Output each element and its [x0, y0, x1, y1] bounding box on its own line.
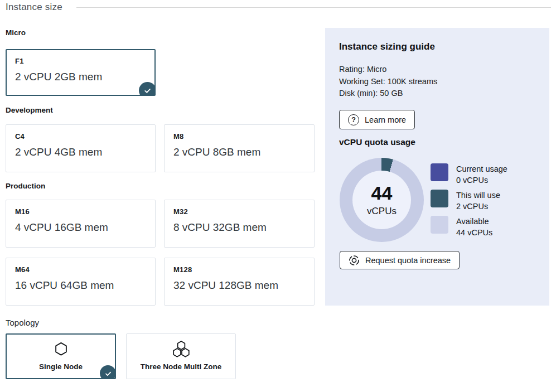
instance-desc: 16 vCPU 64GB mem: [15, 279, 146, 292]
instance-desc: 4 vCPU 16GB mem: [15, 221, 146, 234]
instance-card-m64[interactable]: M64 16 vCPU 64GB mem: [6, 258, 156, 306]
page-title: Instance size: [6, 2, 62, 13]
guide-disk: Disk (min): 50 GB: [339, 88, 437, 100]
check-icon: [104, 369, 113, 378]
instance-code: C4: [15, 132, 146, 141]
legend-value: 44 vCPUs: [456, 228, 492, 237]
learn-more-button[interactable]: ? Learn more: [339, 110, 415, 129]
instance-sizing-guide-panel: Instance sizing guide Rating: Micro Work…: [325, 28, 549, 306]
instance-card-m32[interactable]: M32 8 vCPU 32GB mem: [164, 200, 315, 248]
instance-desc: 32 vCPU 128GB mem: [173, 279, 305, 292]
instance-desc: 2 vCPU 8GB mem: [173, 146, 305, 158]
learn-more-label: Learn more: [365, 115, 406, 124]
vcpu-donut: 44 vCPUs: [340, 158, 424, 242]
section-label-production: Production: [6, 182, 45, 190]
guide-working-set: Working Set: 100K streams: [339, 76, 437, 88]
section-label-topology: Topology: [6, 318, 39, 327]
section-label-development: Development: [6, 106, 53, 114]
legend-row-this-will-use: This will use 2 vCPUs: [431, 190, 507, 212]
quota-target-icon: [349, 255, 360, 266]
guide-title: Instance sizing guide: [339, 41, 435, 52]
request-quota-increase-button[interactable]: Request quota increase: [340, 251, 460, 269]
legend-label: Current usage: [456, 164, 507, 173]
instance-desc: 8 vCPU 32GB mem: [173, 221, 305, 234]
instance-card-f1[interactable]: F1 2 vCPU 2GB mem: [6, 49, 156, 96]
legend-row-available: Available 44 vCPUs: [431, 216, 507, 238]
topology-card-single-node[interactable]: Single Node: [6, 333, 116, 379]
guide-info: Rating: Micro Working Set: 100K streams …: [339, 64, 437, 100]
instance-code: M128: [173, 265, 305, 274]
instance-desc: 2 vCPU 2GB mem: [15, 71, 146, 83]
topology-name: Three Node Multi Zone: [127, 362, 235, 371]
instance-card-m8[interactable]: M8 2 vCPU 8GB mem: [164, 124, 315, 172]
selected-check-badge: [100, 365, 116, 379]
instance-code: M8: [173, 132, 305, 141]
donut-center-unit: vCPUs: [367, 206, 397, 217]
quota-legend: Current usage 0 vCPUs This will use 2 vC…: [431, 163, 507, 242]
legend-row-current-usage: Current usage 0 vCPUs: [431, 163, 507, 186]
instance-code: M64: [15, 265, 146, 274]
legend-label: This will use: [456, 191, 500, 200]
instance-size-page: Instance size Micro F1 2 vCPU 2GB mem De…: [0, 0, 556, 392]
instance-card-m128[interactable]: M128 32 vCPU 128GB mem: [164, 258, 315, 306]
instance-card-m16[interactable]: M16 4 vCPU 16GB mem: [6, 200, 156, 248]
legend-value: 0 vCPUs: [456, 176, 488, 185]
quota-title: vCPU quota usage: [339, 137, 415, 147]
topology-name: Single Node: [7, 362, 115, 371]
instance-code: M16: [15, 207, 146, 216]
legend-label: Available: [456, 217, 489, 226]
instance-desc: 2 vCPU 4GB mem: [15, 146, 146, 158]
legend-swatch-available: [431, 216, 448, 234]
legend-value: 2 vCPUs: [456, 202, 488, 211]
legend-swatch-current-usage: [431, 163, 448, 181]
section-label-micro: Micro: [6, 28, 26, 37]
check-icon: [143, 86, 152, 95]
instance-code: F1: [15, 57, 146, 65]
guide-rating: Rating: Micro: [339, 64, 437, 76]
selected-check-badge: [139, 82, 156, 96]
header-divider: [76, 7, 551, 8]
instance-code: M32: [173, 207, 305, 216]
instance-card-c4[interactable]: C4 2 vCPU 4GB mem: [6, 124, 156, 172]
donut-center-value: 44: [371, 183, 393, 202]
legend-swatch-this-will-use: [431, 190, 448, 207]
topology-card-three-node-multi-zone[interactable]: Three Node Multi Zone: [126, 333, 236, 379]
three-node-hexagons-icon: [127, 341, 235, 357]
request-quota-label: Request quota increase: [365, 256, 451, 265]
donut-center: 44 vCPUs: [352, 171, 411, 229]
single-node-hexagon-icon: [7, 341, 115, 357]
help-icon: ?: [348, 114, 359, 125]
